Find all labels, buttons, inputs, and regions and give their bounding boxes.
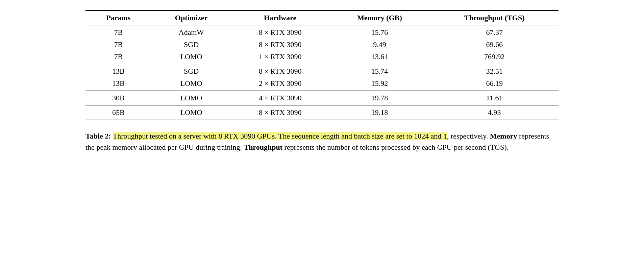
cell-memory: 9.49 [329, 39, 430, 51]
cell-memory: 15.76 [329, 25, 430, 39]
cell-hardware: 1 × RTX 3090 [231, 51, 329, 64]
cell-optimizer: AdamW [151, 25, 231, 39]
cell-throughput: 66.19 [430, 77, 559, 91]
table-row: 7BSGD8 × RTX 30909.4969.66 [85, 39, 559, 51]
cell-memory: 13.61 [329, 51, 430, 64]
cell-memory: 15.92 [329, 77, 430, 91]
cell-optimizer: LOMO [151, 77, 231, 91]
cell-optimizer: SGD [151, 64, 231, 78]
cell-params: 7B [85, 51, 151, 64]
table-row: 13BSGD8 × RTX 309015.7432.51 [85, 64, 559, 78]
table-row: 65BLOMO8 × RTX 309019.184.93 [85, 105, 559, 120]
cell-memory: 19.78 [329, 91, 430, 105]
caption-label: Table 2: [85, 132, 111, 140]
cell-throughput: 32.51 [430, 64, 559, 78]
caption-throughput-desc: represents the number of tokens processe… [282, 143, 509, 151]
table-row: 7BAdamW8 × RTX 309015.7667.37 [85, 25, 559, 39]
table-row: 13BLOMO2 × RTX 309015.9266.19 [85, 77, 559, 91]
cell-params: 7B [85, 25, 151, 39]
cell-optimizer: SGD [151, 39, 231, 51]
caption-memory-bold: Memory [490, 132, 517, 140]
col-header-optimizer: Optimizer [151, 10, 231, 25]
cell-optimizer: LOMO [151, 51, 231, 64]
cell-hardware: 4 × RTX 3090 [231, 91, 329, 105]
cell-optimizer: LOMO [151, 105, 231, 120]
cell-params: 13B [85, 64, 151, 78]
cell-throughput: 11.61 [430, 91, 559, 105]
table-row: 7BLOMO1 × RTX 309013.61769.92 [85, 51, 559, 64]
cell-params: 30B [85, 91, 151, 105]
col-header-memory: Memory (GB) [329, 10, 430, 25]
cell-memory: 15.74 [329, 64, 430, 78]
table-row: 30BLOMO4 × RTX 309019.7811.61 [85, 91, 559, 105]
cell-hardware: 8 × RTX 3090 [231, 39, 329, 51]
cell-optimizer: LOMO [151, 91, 231, 105]
table-caption: Table 2: Throughput tested on a server w… [85, 130, 559, 153]
col-header-throughput: Throughput (TGS) [430, 10, 559, 25]
col-header-params: Params [85, 10, 151, 25]
caption-rest: , respectively. [447, 132, 490, 140]
caption-highlighted: Throughput tested on a server with 8 RTX… [113, 132, 447, 140]
table-header-row: Params Optimizer Hardware Memory (GB) Th… [85, 10, 559, 25]
cell-hardware: 8 × RTX 3090 [231, 105, 329, 120]
cell-throughput: 69.66 [430, 39, 559, 51]
cell-params: 7B [85, 39, 151, 51]
col-header-hardware: Hardware [231, 10, 329, 25]
cell-throughput: 769.92 [430, 51, 559, 64]
cell-throughput: 4.93 [430, 105, 559, 120]
table-wrapper: Params Optimizer Hardware Memory (GB) Th… [85, 10, 559, 120]
cell-params: 65B [85, 105, 151, 120]
page-container: Params Optimizer Hardware Memory (GB) Th… [85, 10, 559, 153]
data-table: Params Optimizer Hardware Memory (GB) Th… [85, 10, 559, 120]
cell-params: 13B [85, 77, 151, 91]
cell-hardware: 8 × RTX 3090 [231, 64, 329, 78]
cell-hardware: 2 × RTX 3090 [231, 77, 329, 91]
cell-hardware: 8 × RTX 3090 [231, 25, 329, 39]
caption-throughput-bold: Throughput [244, 143, 283, 151]
cell-throughput: 67.37 [430, 25, 559, 39]
cell-memory: 19.18 [329, 105, 430, 120]
